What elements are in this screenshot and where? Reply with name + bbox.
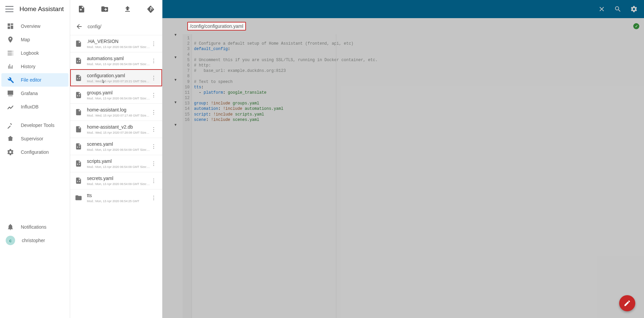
code-icon <box>75 74 82 82</box>
map-icon <box>7 36 14 43</box>
file-icon <box>75 40 82 47</box>
sidebar-item-file-editor[interactable]: File editor <box>1 73 68 87</box>
file-name: scenes.yaml <box>87 141 150 147</box>
back-icon[interactable] <box>76 23 83 30</box>
path-row: config/ <box>70 18 162 35</box>
history-icon <box>7 63 14 70</box>
file-browser: config/ .HA_VERSIONMod.: Mon, 13 Apr 202… <box>70 0 162 318</box>
app-title: Home Assistant <box>19 5 64 13</box>
supervisor-icon <box>7 135 14 142</box>
file-menu-icon[interactable]: ⋮ <box>150 126 157 133</box>
file-name: scripts.yaml <box>87 158 150 164</box>
sidebar-item-label: Supervisor <box>21 136 43 141</box>
avatar: c <box>6 236 15 245</box>
code-icon <box>75 177 82 184</box>
sidebar-header: Home Assistant <box>0 0 70 18</box>
file-meta: Mod.: Mon, 13 Apr 2020 06:54:09 GMT Size… <box>87 45 150 49</box>
gear-icon[interactable] <box>627 2 641 16</box>
file-icon <box>75 126 82 133</box>
file-name: groups.yaml <box>87 90 150 95</box>
hamburger-icon[interactable] <box>5 5 13 13</box>
sidebar-item-label: Overview <box>21 24 40 29</box>
grafana-icon <box>7 90 14 97</box>
valid-icon: ✓ <box>633 23 639 29</box>
file-item-automations-yaml[interactable]: automations.yamlMod.: Mon, 13 Apr 2020 0… <box>70 52 162 69</box>
file-item-groups-yaml[interactable]: groups.yamlMod.: Mon, 13 Apr 2020 06:54:… <box>70 86 162 103</box>
file-menu-icon[interactable]: ⋮ <box>150 195 157 201</box>
file-name: home-assistant.log <box>87 107 150 112</box>
file-menu-icon[interactable]: ⋮ <box>150 178 157 184</box>
user-name: christopher <box>22 238 45 243</box>
file-menu-icon[interactable]: ⋮ <box>150 143 157 150</box>
sidebar-item-label: Grafana <box>21 91 38 96</box>
file-menu-icon[interactable]: ⋮ <box>150 75 157 81</box>
sidebar-item-label: Logbook <box>21 50 39 56</box>
file-meta: Mod.: Wed, 15 Apr 2020 07:17:48 GMT Size… <box>87 114 150 117</box>
file-menu-icon[interactable]: ⋮ <box>150 161 157 167</box>
file-item-scripts-yaml[interactable]: scripts.yamlMod.: Mon, 13 Apr 2020 06:54… <box>70 155 162 172</box>
file-menu-icon[interactable]: ⋮ <box>150 109 157 116</box>
sidebar-item-label: History <box>21 64 36 69</box>
code-icon <box>75 91 82 99</box>
editor-topbar <box>162 0 644 18</box>
sidebar-item-logbook[interactable]: Logbook <box>1 46 68 60</box>
file-meta: Mod.: Mon, 13 Apr 2020 06:54:25 GMT <box>87 199 150 203</box>
filepath-bar: /config/configuration.yaml ✓ <box>162 18 644 34</box>
new-file-icon[interactable] <box>78 5 86 13</box>
file-meta: Mod.: Wed, 15 Apr 2020 07:28:08 GMT Size… <box>87 131 150 134</box>
new-folder-icon[interactable] <box>101 5 109 13</box>
sidebar: Home Assistant OverviewMapLogbookHistory… <box>0 0 70 318</box>
file-item-home-assistant-log[interactable]: home-assistant.logMod.: Wed, 15 Apr 2020… <box>70 103 162 121</box>
sidebar-item-label: Developer Tools <box>21 123 54 128</box>
file-menu-icon[interactable]: ⋮ <box>150 92 157 98</box>
logbook-icon <box>7 49 14 57</box>
line-gutter: 12345678910111213141516 <box>183 34 192 318</box>
search-icon[interactable] <box>610 2 625 16</box>
bell-icon <box>7 223 14 231</box>
code-icon <box>75 160 82 167</box>
file-meta: Mod.: Mon, 13 Apr 2020 06:54:09 GMT Size… <box>87 165 150 169</box>
sidebar-item-label: Configuration <box>21 149 49 155</box>
file-item-configuration-yaml[interactable]: configuration.yamlMod.: Wed, 15 Apr 2020… <box>70 69 162 86</box>
file-item-scenes-yaml[interactable]: scenes.yamlMod.: Mon, 13 Apr 2020 06:54:… <box>70 138 162 155</box>
file-name: configuration.yaml <box>87 73 150 78</box>
file-toolbar <box>70 0 162 18</box>
sidebar-item-label: Map <box>21 37 30 42</box>
sidebar-item-grafana[interactable]: Grafana <box>1 87 68 100</box>
folder-icon <box>75 194 82 201</box>
sidebar-item-map[interactable]: Map <box>1 33 68 46</box>
sidebar-item-label: InfluxDB <box>21 104 39 109</box>
code-icon <box>75 143 82 150</box>
code-icon <box>75 57 82 64</box>
gear-icon <box>7 148 14 156</box>
dashboard-icon <box>7 22 14 30</box>
file-meta: Mod.: Mon, 13 Apr 2020 06:54:09 GMT Size… <box>87 62 150 66</box>
file-menu-icon[interactable]: ⋮ <box>150 41 157 47</box>
git-icon[interactable] <box>147 5 155 13</box>
save-fab[interactable] <box>619 295 635 311</box>
sidebar-item-history[interactable]: History <box>1 60 68 73</box>
close-icon[interactable] <box>594 2 609 16</box>
notifications-link[interactable]: Notifications <box>1 220 68 234</box>
file-menu-icon[interactable]: ⋮ <box>150 58 157 64</box>
hammer-icon <box>7 122 14 129</box>
open-file-path: /config/configuration.yaml <box>187 22 246 31</box>
sidebar-item-configuration[interactable]: Configuration <box>1 145 68 159</box>
file-icon <box>75 108 82 116</box>
influx-icon <box>7 103 14 110</box>
sidebar-item-label: File editor <box>21 77 41 83</box>
file-item--HA-VERSION[interactable]: .HA_VERSIONMod.: Mon, 13 Apr 2020 06:54:… <box>70 35 162 52</box>
sidebar-item-overview[interactable]: Overview <box>1 19 68 33</box>
sidebar-item-supervisor[interactable]: Supervisor <box>1 132 68 145</box>
code-editor[interactable]: 12345678910111213141516 # Configure a de… <box>162 34 644 318</box>
file-item-home-assistant-v2-db[interactable]: home-assistant_v2.dbMod.: Wed, 15 Apr 20… <box>70 121 162 138</box>
file-item-tts[interactable]: ttsMod.: Mon, 13 Apr 2020 06:54:25 GMT⋮ <box>70 189 162 206</box>
sidebar-item-influxdb[interactable]: InfluxDB <box>1 100 68 113</box>
file-item-secrets-yaml[interactable]: secrets.yamlMod.: Mon, 13 Apr 2020 06:54… <box>70 172 162 189</box>
sidebar-item-developer-tools[interactable]: Developer Tools <box>1 119 68 132</box>
file-meta: Mod.: Mon, 13 Apr 2020 06:54:09 GMT Size… <box>87 148 150 151</box>
upload-icon[interactable] <box>123 5 132 13</box>
user-link[interactable]: c christopher <box>1 234 68 247</box>
current-path: config/ <box>88 24 101 29</box>
print-margin <box>336 34 336 318</box>
